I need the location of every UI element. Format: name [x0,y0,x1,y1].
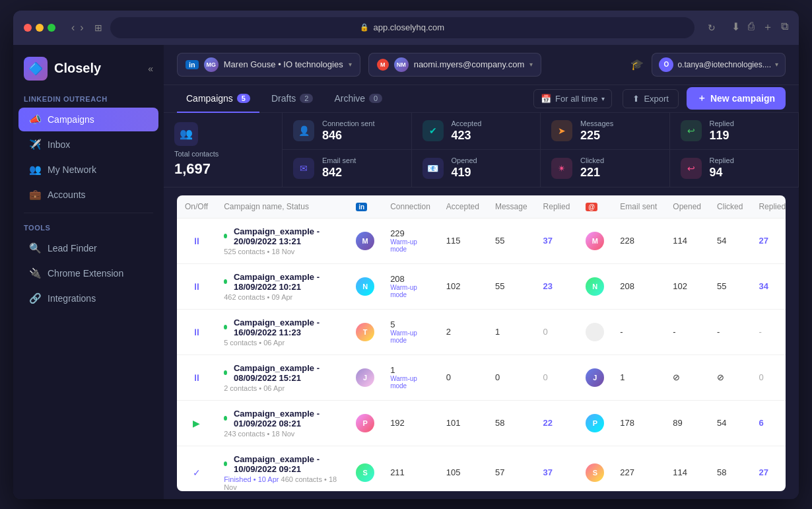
email-replied-value: - [759,327,761,337]
campaign-name[interactable]: Campaign_example - 08/09/2022 15:21 [234,363,340,383]
export-label: Export [644,94,669,104]
campaign-meta: 243 contacts • 18 Nov [224,430,340,438]
col-replied-email: Replied [751,195,786,219]
sidebar-item-chrome-extension[interactable]: 🔌 Chrome Extension [18,261,158,285]
email-opened-value: 114 [673,467,687,477]
col-accepted: Accepted [438,195,487,219]
email-replied-link[interactable]: 6 [759,418,763,428]
refresh-icon[interactable]: ↻ [708,22,716,33]
app-logo-icon: 🔷 [24,57,48,81]
new-campaign-button[interactable]: ＋ New campaign [687,87,786,110]
help-icon[interactable]: 🎓 [630,58,644,71]
cell-message: 57 [487,446,535,491]
email-replied-link[interactable]: 27 [759,467,768,477]
email-clicked-value: 54 [717,418,726,428]
cell-message: 1 [487,309,535,355]
collapse-sidebar-button[interactable]: « [148,63,153,74]
tab-archive[interactable]: Archive 0 [325,85,391,113]
pause-icon[interactable]: ⏸ [192,236,201,246]
col-replied: Replied [535,195,578,219]
email-replied-link[interactable]: 34 [759,281,768,291]
email-account-name: naomi.myers@company.com [414,59,525,69]
pause-icon[interactable]: ⏸ [192,327,201,337]
table-row: ▶ Campaign_example - 01/09/2022 08:21 24… [177,400,786,446]
date-filter-label: For all time [555,94,597,104]
campaign-name[interactable]: Campaign_example - 18/09/2022 10:21 [234,272,340,292]
email-account-selector[interactable]: M NM naomi.myers@company.com ▾ [368,53,542,77]
sidebar-item-accounts[interactable]: 💼 Accounts [18,183,158,207]
close-button[interactable] [24,24,32,32]
connection-value: 211 [390,467,430,477]
app-logo-text: Closely [54,61,101,76]
total-contacts-value: 1,697 [174,160,271,178]
campaign-meta: Finished • 10 Apr 460 contacts • 18 Nov [224,475,340,491]
warm-up-label: Warm-up mode [390,284,430,298]
campaign-name[interactable]: Campaign_example - 20/09/2022 13:21 [234,226,340,246]
connection-value: 208 [390,274,430,284]
minimize-button[interactable] [36,24,44,32]
campaign-meta: 5 contacts • 06 Apr [224,339,340,347]
campaign-name[interactable]: Campaign_example - 01/09/2022 08:21 [234,409,340,428]
tabs-bar: Campaigns 5 Drafts 2 Archive 0 📅 For all… [164,85,799,113]
sidebar-logo: 🔷 Closely « [13,45,164,90]
pause-icon[interactable]: ⏸ [192,372,201,383]
cell-email-replied: 0 [751,355,786,400]
tab-campaigns[interactable]: Campaigns 5 [177,85,259,113]
sidebar-item-integrations[interactable]: 🔗 Integrations [18,287,158,310]
campaign-name[interactable]: Campaign_example - 10/09/2022 09:21 [234,454,340,474]
pause-icon[interactable]: ⏸ [192,281,201,292]
cell-email-avatar: S [578,446,612,491]
email-avatar: NM [394,57,409,72]
sidebar-toggle[interactable]: ⊞ [94,22,102,33]
sidebar-item-inbox[interactable]: ✈️ Inbox [18,133,158,156]
forward-button[interactable]: › [80,22,83,34]
cell-campaign-info: Campaign_example - 01/09/2022 08:21 243 … [216,400,348,446]
cell-email-replied: 6 [751,400,786,446]
email-header-badge: @ [586,203,597,211]
windows-icon[interactable]: ⧉ [781,20,788,34]
campaign-name[interactable]: Campaign_example - 16/09/2022 11:23 [234,318,340,337]
replied-link[interactable]: 37 [543,236,553,246]
replied-link[interactable]: 22 [543,418,553,428]
stat-replied-email: ↩ Replied 94 [670,150,799,187]
user-account-chip[interactable]: O o.tanya@iotechnologies.... ▾ [652,53,786,77]
replied-link[interactable]: 23 [543,281,553,291]
col-opened: Opened [665,195,709,219]
new-tab-icon[interactable]: ＋ [762,20,773,34]
replied-link[interactable]: 37 [543,467,553,477]
opened-label: Opened [452,156,477,164]
maximize-button[interactable] [48,24,55,32]
cell-email-avatar [578,309,612,355]
address-bar[interactable]: 🔒 app.closelyhq.com [110,17,694,38]
play-icon[interactable]: ▶ [193,418,200,428]
traffic-lights [24,24,55,32]
email-replied-link[interactable]: 27 [759,236,768,246]
export-button[interactable]: ⬆ Export [623,89,679,108]
download-icon[interactable]: ⬇ [731,20,740,34]
url-text: app.closelyhq.com [373,22,444,32]
tab-drafts[interactable]: Drafts 2 [262,85,322,113]
replied-email-icon: ↩ [681,158,702,179]
cell-email-clicked: - [709,309,751,355]
cell-email-replied: 27 [751,218,786,263]
back-button[interactable]: ‹ [71,22,75,34]
cell-connection: 1 Warm-up mode [382,355,438,400]
date-filter[interactable]: 📅 For all time ▾ [533,89,612,108]
browser-chrome: ‹ › ⊞ 🔒 app.closelyhq.com ↻ ⬇ ⎙ ＋ ⧉ [13,11,799,45]
clicked-value: 221 [580,166,604,180]
sidebar-item-campaigns[interactable]: 📣 Campaigns [18,108,158,131]
sidebar-item-my-network[interactable]: 👥 My Network [18,158,158,182]
li-header-badge: in [356,203,367,211]
email-row-avatar-empty [586,323,604,341]
share-icon[interactable]: ⎙ [748,20,755,34]
cell-message: 55 [487,218,535,263]
sidebar-section-linkedin: LinkedIn Outreach [13,90,164,107]
logo-group: 🔷 Closely [24,57,101,81]
cell-replied: 22 [535,400,578,446]
email-sent-value: 1 [620,372,625,382]
status-dot [224,279,227,284]
warm-up-label: Warm-up mode [390,329,430,344]
linkedin-account-selector[interactable]: in MG Maren Gouse • IO technologies ▾ [177,53,360,77]
sidebar-item-lead-finder[interactable]: 🔍 Lead Finder [18,236,158,260]
linkedin-avatar: MG [204,57,219,72]
